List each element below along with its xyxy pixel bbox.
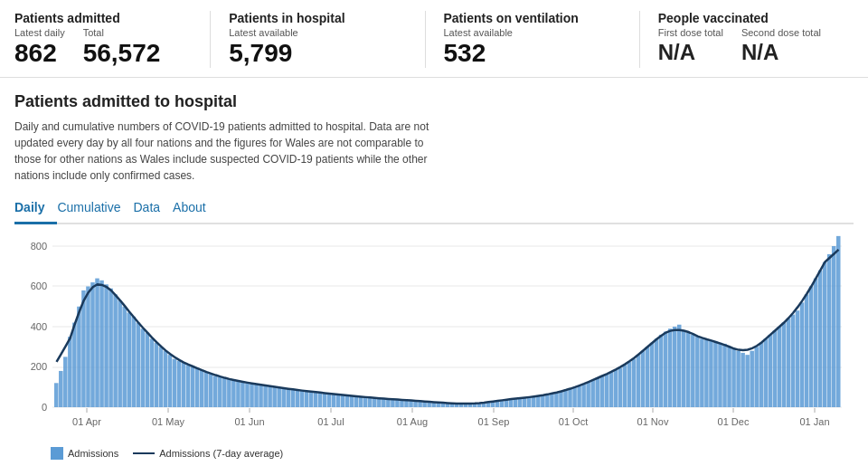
svg-rect-143 [659, 335, 664, 407]
legend-line: Admissions (7-day average) [133, 448, 283, 459]
svg-rect-155 [713, 341, 718, 406]
svg-rect-181 [832, 246, 836, 407]
svg-rect-141 [650, 343, 655, 407]
svg-rect-41 [195, 367, 200, 406]
stat-block-vaccinated: People vaccinated First dose total N/A S… [658, 11, 854, 68]
svg-rect-132 [609, 372, 614, 407]
svg-rect-13 [68, 337, 72, 407]
svg-rect-60 [281, 388, 286, 407]
svg-rect-44 [209, 374, 213, 407]
stat-label-hospital: Latest available [229, 27, 406, 38]
svg-rect-115 [532, 396, 536, 407]
stat-title-ventilation: Patients on ventilation [444, 11, 621, 25]
svg-rect-126 [581, 384, 586, 407]
svg-rect-50 [236, 381, 241, 407]
svg-rect-151 [695, 337, 700, 407]
svg-rect-68 [318, 393, 323, 407]
svg-text:0: 0 [42, 402, 47, 413]
svg-rect-166 [764, 338, 769, 407]
svg-rect-167 [769, 335, 773, 407]
svg-rect-152 [700, 338, 704, 407]
svg-rect-148 [682, 330, 686, 407]
svg-rect-182 [836, 236, 841, 407]
svg-rect-120 [554, 393, 559, 407]
svg-rect-119 [550, 394, 554, 407]
section-title: Patients admitted to hospital [14, 92, 854, 111]
svg-rect-150 [691, 335, 695, 407]
svg-rect-172 [791, 314, 796, 406]
svg-rect-81 [377, 398, 382, 407]
svg-rect-144 [664, 331, 668, 406]
legend-line-icon [133, 452, 155, 454]
svg-rect-140 [646, 347, 650, 407]
svg-text:400: 400 [31, 321, 47, 332]
svg-rect-161 [741, 353, 745, 407]
svg-rect-22 [108, 289, 113, 407]
legend-bar-label: Admissions [68, 448, 118, 459]
section-description: Daily and cumulative numbers of COVID-19… [14, 119, 430, 184]
svg-rect-127 [586, 382, 590, 407]
svg-rect-159 [731, 348, 736, 407]
svg-rect-121 [559, 391, 563, 406]
svg-rect-156 [718, 343, 722, 407]
svg-rect-12 [63, 357, 68, 407]
tab-cumulative[interactable]: Cumulative [57, 195, 133, 224]
svg-rect-61 [286, 389, 290, 407]
svg-rect-16 [81, 290, 86, 407]
svg-rect-38 [182, 363, 186, 407]
svg-rect-137 [632, 358, 637, 406]
svg-rect-80 [373, 398, 377, 407]
svg-rect-72 [336, 395, 341, 407]
svg-rect-133 [614, 370, 618, 407]
tab-data[interactable]: Data [134, 195, 174, 224]
stat-value-daily: 862 [14, 40, 65, 68]
svg-rect-71 [332, 394, 336, 406]
bar-chart: 800 600 400 200 0 [14, 233, 846, 442]
svg-rect-178 [818, 270, 823, 406]
svg-rect-118 [545, 395, 550, 407]
svg-rect-134 [618, 367, 623, 406]
chart-area: 800 600 400 200 0 [14, 233, 846, 442]
svg-rect-70 [327, 394, 332, 407]
svg-rect-45 [213, 376, 218, 406]
svg-rect-117 [541, 395, 545, 407]
svg-rect-82 [382, 398, 386, 406]
stat-title-admitted: Patients admitted [14, 11, 192, 25]
svg-rect-149 [686, 332, 691, 406]
tab-about[interactable]: About [173, 195, 219, 224]
svg-rect-64 [300, 391, 305, 407]
svg-rect-67 [314, 392, 318, 407]
svg-text:800: 800 [31, 241, 47, 252]
svg-rect-173 [796, 310, 800, 407]
svg-rect-58 [272, 387, 277, 407]
stat-value-hospital: 5,799 [229, 40, 406, 68]
svg-text:200: 200 [31, 361, 47, 372]
stat-label-second-dose: Second dose total [741, 27, 821, 38]
svg-rect-122 [563, 390, 568, 407]
svg-rect-76 [354, 396, 359, 407]
svg-rect-135 [623, 365, 627, 407]
tab-daily[interactable]: Daily [14, 195, 57, 224]
svg-rect-30 [146, 332, 150, 406]
legend-line-label: Admissions (7-day average) [159, 448, 283, 459]
svg-text:01 May: 01 May [152, 416, 185, 427]
svg-rect-153 [704, 339, 709, 407]
svg-text:01 Aug: 01 Aug [397, 416, 428, 427]
svg-rect-65 [305, 391, 309, 407]
svg-rect-112 [518, 398, 523, 407]
svg-rect-28 [137, 322, 141, 406]
svg-rect-77 [359, 396, 363, 407]
svg-rect-69 [323, 393, 327, 407]
svg-text:01 Jun: 01 Jun [234, 416, 264, 427]
svg-text:01 Nov: 01 Nov [637, 416, 669, 427]
svg-rect-32 [155, 343, 159, 407]
svg-rect-19 [95, 278, 99, 406]
stat-label-ventilation: Latest available [444, 27, 621, 38]
svg-rect-114 [527, 397, 532, 407]
svg-rect-146 [673, 327, 677, 407]
svg-rect-113 [523, 397, 527, 407]
svg-rect-73 [341, 395, 345, 406]
top-stats-bar: Patients admitted Latest daily 862 Total… [0, 0, 868, 78]
svg-rect-54 [254, 384, 259, 407]
legend-bar-icon [51, 447, 63, 460]
